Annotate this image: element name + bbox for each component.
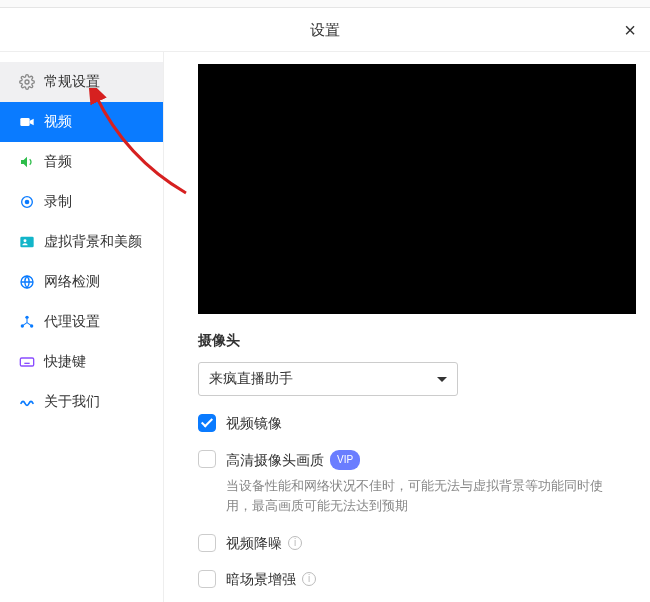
info-icon[interactable]: i: [302, 572, 316, 586]
video-icon: [18, 113, 36, 131]
denoise-label: 视频降噪: [226, 534, 282, 552]
network-nodes-icon: [18, 313, 36, 331]
globe-icon: [18, 273, 36, 291]
sidebar: 常规设置 视频 音频 录制 虚拟背景和美颜: [0, 52, 164, 602]
denoise-checkbox[interactable]: [198, 534, 216, 552]
svg-rect-4: [20, 237, 33, 248]
option-mirror: 视频镜像: [198, 414, 636, 432]
audio-icon: [18, 153, 36, 171]
camera-selected-value: 来疯直播助手: [209, 370, 293, 388]
camera-section-label: 摄像头: [198, 332, 636, 350]
user-card-icon: [18, 233, 36, 251]
sidebar-item-video[interactable]: 视频: [0, 102, 163, 142]
vip-badge: VIP: [330, 450, 360, 470]
sidebar-item-proxy[interactable]: 代理设置: [0, 302, 163, 342]
sidebar-item-label: 音频: [44, 153, 72, 171]
hd-label: 高清摄像头画质: [226, 451, 324, 469]
dialog-header: 设置 ×: [0, 8, 650, 52]
option-denoise: 视频降噪 i: [198, 534, 636, 552]
hd-checkbox[interactable]: [198, 450, 216, 468]
svg-point-5: [24, 239, 27, 242]
lowlight-label: 暗场景增强: [226, 570, 296, 588]
svg-point-3: [25, 200, 30, 205]
sidebar-item-network[interactable]: 网络检测: [0, 262, 163, 302]
chevron-down-icon: [437, 377, 447, 382]
hd-description: 当设备性能和网络状况不佳时，可能无法与虚拟背景等功能同时使用，最高画质可能无法达…: [226, 476, 626, 516]
dialog-title: 设置: [310, 21, 340, 38]
option-lowlight: 暗场景增强 i: [198, 570, 636, 588]
video-preview: [198, 64, 636, 314]
sidebar-item-label: 代理设置: [44, 313, 100, 331]
keyboard-icon: [18, 353, 36, 371]
sidebar-item-audio[interactable]: 音频: [0, 142, 163, 182]
option-hd: 高清摄像头画质 VIP 当设备性能和网络状况不佳时，可能无法与虚拟背景等功能同时…: [198, 450, 636, 516]
info-icon[interactable]: i: [288, 536, 302, 550]
svg-point-7: [25, 316, 28, 319]
gear-icon: [18, 73, 36, 91]
sidebar-item-label: 快捷键: [44, 353, 86, 371]
sidebar-item-label: 视频: [44, 113, 72, 131]
sidebar-item-background[interactable]: 虚拟背景和美颜: [0, 222, 163, 262]
record-icon: [18, 193, 36, 211]
svg-rect-1: [20, 118, 29, 126]
sidebar-item-label: 虚拟背景和美颜: [44, 233, 142, 251]
sidebar-item-general[interactable]: 常规设置: [0, 62, 163, 102]
sidebar-item-label: 常规设置: [44, 73, 100, 91]
sidebar-item-label: 网络检测: [44, 273, 100, 291]
wave-icon: [18, 393, 36, 411]
lowlight-checkbox[interactable]: [198, 570, 216, 588]
sidebar-item-label: 录制: [44, 193, 72, 211]
content-panel: 摄像头 来疯直播助手 视频镜像 高清摄像头画质 VIP 当设备性能和网络状况不佳…: [164, 52, 650, 602]
sidebar-item-about[interactable]: 关于我们: [0, 382, 163, 422]
close-button[interactable]: ×: [624, 8, 636, 52]
mirror-label: 视频镜像: [226, 414, 282, 432]
camera-select[interactable]: 来疯直播助手: [198, 362, 458, 396]
mirror-checkbox[interactable]: [198, 414, 216, 432]
sidebar-item-label: 关于我们: [44, 393, 100, 411]
svg-rect-10: [20, 358, 33, 366]
sidebar-item-shortcut[interactable]: 快捷键: [0, 342, 163, 382]
svg-point-0: [25, 80, 29, 84]
sidebar-item-record[interactable]: 录制: [0, 182, 163, 222]
